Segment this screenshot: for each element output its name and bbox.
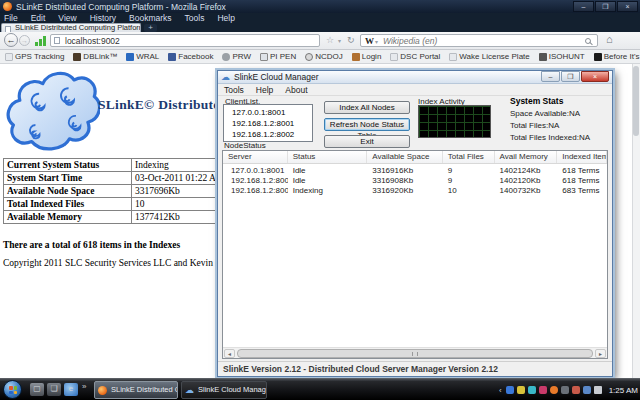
navigation-toolbar: ← → ☆ ▾ ↻ W ▾ ⌂ (0, 32, 640, 50)
bookmark-favicon (168, 53, 176, 61)
menu-edit[interactable]: Edit (31, 13, 46, 23)
url-input[interactable] (65, 35, 315, 46)
menu-history[interactable]: History (90, 13, 116, 23)
bookmark-star-icon[interactable]: ☆ (326, 35, 334, 45)
column-server[interactable]: Server (223, 151, 288, 163)
menu-bookmarks[interactable]: Bookmarks (129, 13, 172, 23)
maximize-button[interactable]: ❐ (595, 1, 616, 12)
scroll-left-icon[interactable]: ◄ (224, 349, 235, 358)
taskbar-button-firefox[interactable]: SLinkE Distributed C... (94, 381, 178, 399)
page-scrollbar[interactable] (632, 64, 640, 378)
quick-launch-switch-windows-icon[interactable]: ❏ (47, 383, 61, 396)
search-engine-dropdown-icon[interactable]: ▾ (375, 38, 378, 45)
tray-icon-update[interactable] (572, 386, 580, 394)
taskbar-button-cloud-manager[interactable]: ☁ SlinkE Cloud Manager (181, 381, 267, 399)
quick-launch-show-desktop-icon[interactable]: ▢ (30, 383, 44, 396)
menu-about[interactable]: About (285, 84, 307, 95)
close-button[interactable]: × (581, 71, 609, 82)
column-available-space[interactable]: Available Space (367, 151, 443, 163)
url-bar[interactable] (50, 34, 320, 47)
bookmark-prw[interactable]: PRW (222, 52, 251, 61)
stat-space-available: Space Available:NA (510, 109, 580, 118)
tab-bar: SLinkE Distributed Computing Platform + (0, 23, 640, 32)
menu-help[interactable]: Help (217, 13, 234, 23)
tray-icon-utility[interactable] (561, 386, 569, 394)
scroll-right-icon[interactable]: ► (595, 349, 606, 358)
minimize-button[interactable]: – (541, 71, 560, 82)
quick-launch-overflow-icon[interactable]: » (82, 382, 86, 391)
cloud-icon: ☁ (221, 72, 230, 82)
bookmark-dropdown-icon[interactable]: ▾ (338, 37, 341, 44)
browser-window-title: SLinkE Distributed Computing Platform - … (16, 2, 226, 12)
column-total-files[interactable]: Total Files (443, 151, 495, 163)
dialog-title: SlinkE Cloud Manager (234, 72, 319, 82)
bookmark-dblink[interactable]: DBLink™ (73, 52, 117, 61)
tray-icon-media[interactable] (506, 386, 514, 394)
bookmark-pi-pen[interactable]: PI PEN (260, 52, 296, 61)
reload-icon[interactable]: ↻ (347, 35, 355, 45)
bookmark-facebook[interactable]: Facebook (168, 52, 213, 61)
bookmark-wake-license-plate[interactable]: Wake License Plate (449, 52, 529, 61)
bookmark-login[interactable]: Login (352, 52, 382, 61)
scrollbar-thumb[interactable] (237, 349, 593, 358)
start-button[interactable] (3, 380, 22, 399)
table-row[interactable]: 192.168.1.2:8002 Indexing 3316920Kb 10 1… (223, 186, 607, 196)
table-row[interactable]: 192.168.1.2:8001 Idle 3316908Kb 9 140212… (223, 176, 607, 186)
client-item[interactable]: 127.0.0.1:8001 (224, 107, 312, 118)
tab-slinke[interactable]: SLinkE Distributed Computing Platform (1, 23, 141, 32)
bookmark-gps-tracking[interactable]: GPS Tracking (5, 52, 64, 61)
search-engine-icon[interactable]: W (365, 36, 374, 46)
tray-icon-alert[interactable] (539, 386, 547, 394)
bookmark-favicon (126, 53, 134, 61)
bookmark-wral[interactable]: WRAL (126, 52, 159, 61)
table-row[interactable]: 127.0.0.1:8001 Idle 3316916Kb 9 1402124K… (223, 166, 607, 176)
bookmark-favicon (539, 53, 547, 61)
client-listbox[interactable]: 127.0.0.1:8001 192.168.1.2:8001 192.168.… (223, 104, 313, 142)
tray-icon-volume[interactable] (594, 386, 602, 394)
menu-help[interactable]: Help (256, 84, 273, 95)
close-button[interactable]: × (617, 1, 638, 12)
forward-button[interactable]: → (19, 35, 30, 46)
horizontal-scrollbar[interactable]: ◄ ► (223, 347, 607, 358)
search-icon[interactable] (585, 38, 591, 44)
bookmark-ncdoj[interactable]: NCDOJ (305, 52, 343, 61)
scrollbar-thumb[interactable] (633, 66, 639, 136)
tab-title: SLinkE Distributed Computing Platform (15, 23, 141, 32)
tray-icon-network[interactable] (583, 386, 591, 394)
bookmark-before-its-news[interactable]: Before It's News (594, 52, 640, 61)
tray-icon-firefox[interactable] (550, 386, 558, 394)
new-tab-button[interactable]: + (144, 24, 157, 32)
maximize-button[interactable]: ❐ (561, 71, 580, 82)
minimize-button[interactable]: – (573, 1, 594, 12)
tray-icon-security[interactable] (517, 386, 525, 394)
column-status[interactable]: Status (288, 151, 368, 163)
quick-launch-browser-icon[interactable]: e (64, 383, 78, 396)
client-item[interactable]: 192.168.1.2:8002 (224, 129, 312, 140)
dialog-window-controls: – ❐ × (541, 71, 609, 82)
tray-icon-messenger[interactable] (528, 386, 536, 394)
search-box[interactable]: W ▾ (360, 34, 598, 47)
system-stats-title: System Stats (510, 96, 563, 106)
menu-tools[interactable]: Tools (185, 13, 205, 23)
menu-view[interactable]: View (58, 13, 76, 23)
search-input[interactable] (383, 35, 578, 46)
index-all-nodes-button[interactable]: Index All Nodes (324, 101, 410, 114)
client-item[interactable]: 192.168.1.2:8001 (224, 118, 312, 129)
addon-stats-icon[interactable] (35, 36, 47, 46)
tray-collapse-icon[interactable]: ‹ (499, 386, 502, 395)
bookmark-dsc-portal[interactable]: DSC Portal (390, 52, 440, 61)
table-row: Available Memory 1377412Kb (4, 211, 229, 224)
home-icon[interactable]: ⌂ (606, 33, 613, 45)
refresh-node-status-button[interactable]: Refresh Node Status Table (324, 118, 410, 131)
column-indexed-items[interactable]: Indexed Items (557, 151, 607, 163)
clock[interactable]: 1:25 AM (609, 386, 638, 395)
column-avail-memory[interactable]: Avail Memory (495, 151, 558, 163)
bookmark-isohunt[interactable]: ISOHUNT (539, 52, 585, 61)
stat-total-files-indexed: Total Files Indexed:NA (510, 133, 590, 142)
exit-button[interactable]: Exit (324, 135, 410, 148)
browser-titlebar: SLinkE Distributed Computing Platform - … (0, 0, 640, 13)
index-activity-graph (418, 105, 491, 138)
menu-file[interactable]: File (4, 13, 18, 23)
menu-tools[interactable]: Tools (224, 84, 244, 95)
back-button[interactable]: ← (4, 33, 18, 47)
